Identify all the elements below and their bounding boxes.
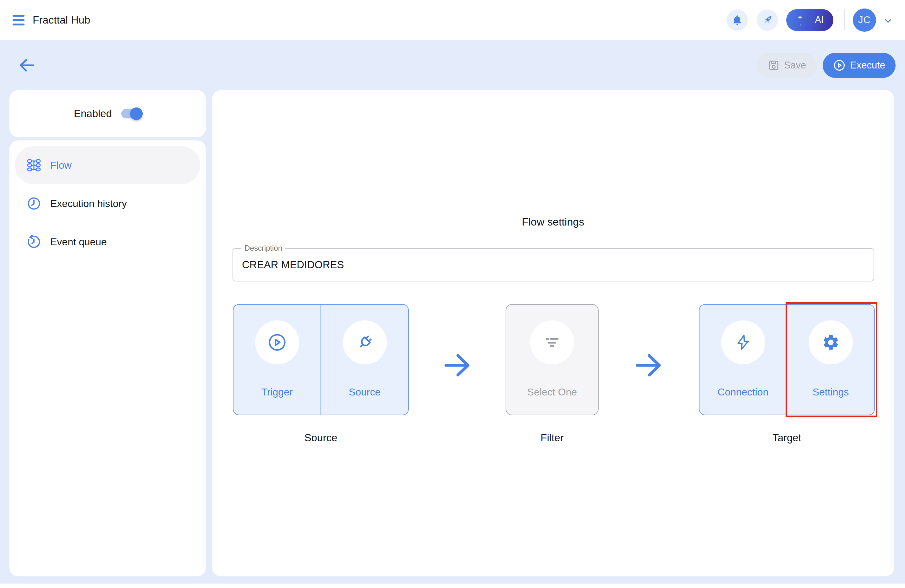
bolt-icon: [734, 334, 752, 351]
page-title: Flow settings: [212, 216, 894, 228]
sidebar-item-label: Execution history: [50, 198, 127, 209]
description-input[interactable]: [233, 249, 873, 281]
save-button-label: Save: [784, 60, 807, 71]
step-circle: [530, 320, 574, 365]
bell-icon: [732, 14, 743, 26]
avatar-initials: JC: [858, 14, 871, 26]
enabled-toggle[interactable]: [121, 109, 141, 119]
sidebar-item-flow[interactable]: Flow: [15, 146, 200, 184]
filter-group-label: Filter: [506, 432, 599, 444]
flow-settings-panel: Flow settings Description Trigger: [212, 90, 894, 576]
enabled-card: Enabled: [10, 90, 206, 137]
step-label: Settings: [813, 386, 849, 398]
clock-icon: [26, 196, 41, 211]
fracttal-hub-app: Fracttal Hub: [0, 0, 905, 588]
step-circle: [721, 320, 765, 365]
history-icon: [26, 234, 41, 249]
sidebar-item-execution-history[interactable]: Execution history: [15, 184, 200, 223]
description-field-label: Description: [241, 244, 285, 252]
execute-button[interactable]: Execute: [822, 53, 895, 78]
sidebar-item-label: Flow: [50, 160, 71, 171]
header: Fracttal Hub: [0, 0, 905, 40]
sidebar-menu: Flow Execution history Event queue: [10, 140, 206, 576]
enabled-label: Enabled: [74, 108, 112, 120]
plug-icon: [356, 333, 374, 352]
step-label: Trigger: [261, 386, 292, 398]
filter-select-step[interactable]: Select One: [506, 305, 598, 415]
gear-icon: [822, 333, 840, 352]
arrow-right-icon: [443, 351, 472, 380]
settings-step[interactable]: Settings: [787, 305, 874, 415]
step-label: Connection: [718, 386, 768, 398]
toggle-thumb: [130, 108, 143, 120]
filter-step-box: Select One: [506, 304, 599, 415]
trigger-step[interactable]: Trigger: [233, 305, 321, 415]
header-divider: [844, 10, 845, 30]
step-circle: [809, 320, 853, 365]
rocket-icon: [761, 14, 774, 26]
ai-button-label: AI: [815, 14, 824, 26]
avatar[interactable]: JC: [853, 8, 876, 32]
description-field: Description: [233, 248, 874, 281]
source-step-box: Trigger Source: [233, 304, 409, 415]
flow-icon: [26, 158, 41, 173]
app-title: Fracttal Hub: [33, 0, 90, 40]
execute-button-label: Execute: [850, 60, 885, 71]
target-group-label: Target: [699, 432, 875, 444]
bottom-strip: [0, 583, 905, 588]
step-label: Source: [349, 386, 381, 398]
sidebar-item-label: Event queue: [50, 236, 107, 248]
source-step[interactable]: Source: [321, 305, 408, 415]
sparkle-icon: [799, 24, 802, 26]
back-arrow-icon: [17, 59, 35, 72]
filter-icon: [543, 333, 561, 352]
play-circle-icon: [267, 333, 287, 352]
step-circle: [255, 320, 299, 365]
whats-new-button[interactable]: [757, 10, 778, 31]
arrow-right-icon: [634, 351, 663, 380]
connection-step[interactable]: Connection: [700, 305, 787, 415]
chevron-down-icon[interactable]: [883, 16, 893, 27]
save-icon: [768, 59, 780, 71]
menu-icon[interactable]: [13, 15, 24, 25]
step-label: Select One: [527, 386, 577, 398]
back-button[interactable]: [17, 59, 35, 72]
play-circle-icon: [833, 59, 846, 71]
notifications-button[interactable]: [727, 10, 748, 31]
target-step-box: Connection Settings: [699, 304, 875, 415]
source-group-label: Source: [233, 432, 409, 444]
sidebar-item-event-queue[interactable]: Event queue: [15, 223, 200, 261]
ai-assistant-button[interactable]: AI: [786, 9, 834, 31]
step-circle: [343, 320, 387, 365]
sparkle-icon: [797, 15, 803, 20]
save-button[interactable]: Save: [757, 53, 817, 78]
